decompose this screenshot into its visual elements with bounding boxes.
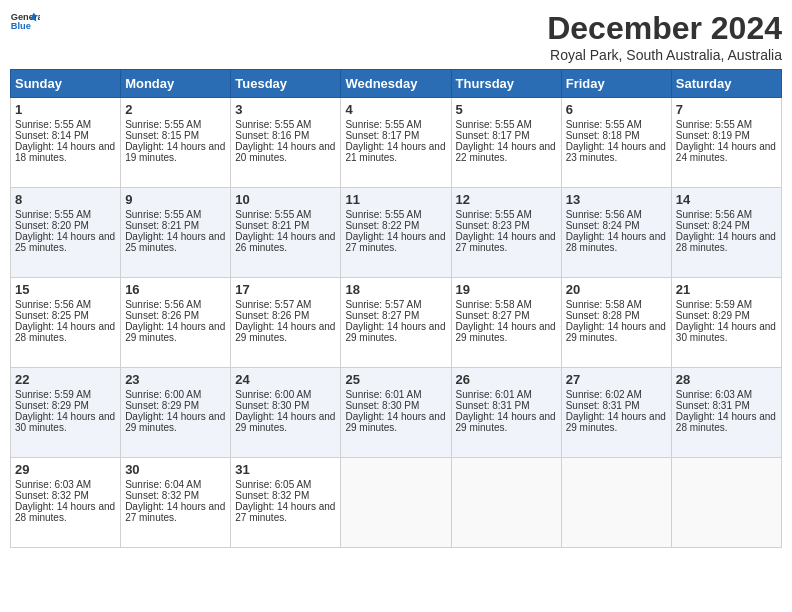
calendar-cell: 28 Sunrise: 6:03 AM Sunset: 8:31 PM Dayl… (671, 368, 781, 458)
sunset-label: Sunset: 8:31 PM (456, 400, 530, 411)
daylight-label: Daylight: 14 hours and 30 minutes. (15, 411, 115, 433)
sunset-label: Sunset: 8:29 PM (125, 400, 199, 411)
sunrise-label: Sunrise: 6:00 AM (235, 389, 311, 400)
day-number: 25 (345, 372, 446, 387)
day-number: 11 (345, 192, 446, 207)
sunrise-label: Sunrise: 6:01 AM (456, 389, 532, 400)
day-number: 10 (235, 192, 336, 207)
sunrise-label: Sunrise: 6:00 AM (125, 389, 201, 400)
sunrise-label: Sunrise: 5:55 AM (676, 119, 752, 130)
calendar-cell: 30 Sunrise: 6:04 AM Sunset: 8:32 PM Dayl… (121, 458, 231, 548)
sunrise-label: Sunrise: 5:56 AM (15, 299, 91, 310)
logo-icon: General Blue (10, 10, 40, 30)
day-number: 3 (235, 102, 336, 117)
column-header-wednesday: Wednesday (341, 70, 451, 98)
sunrise-label: Sunrise: 5:56 AM (125, 299, 201, 310)
sunrise-label: Sunrise: 5:55 AM (15, 119, 91, 130)
sunrise-label: Sunrise: 5:59 AM (676, 299, 752, 310)
calendar-cell: 16 Sunrise: 5:56 AM Sunset: 8:26 PM Dayl… (121, 278, 231, 368)
sunset-label: Sunset: 8:24 PM (676, 220, 750, 231)
daylight-label: Daylight: 14 hours and 24 minutes. (676, 141, 776, 163)
sunrise-label: Sunrise: 5:55 AM (456, 119, 532, 130)
column-header-friday: Friday (561, 70, 671, 98)
calendar-cell: 31 Sunrise: 6:05 AM Sunset: 8:32 PM Dayl… (231, 458, 341, 548)
calendar-cell: 11 Sunrise: 5:55 AM Sunset: 8:22 PM Dayl… (341, 188, 451, 278)
sunrise-label: Sunrise: 5:55 AM (235, 209, 311, 220)
daylight-label: Daylight: 14 hours and 29 minutes. (125, 411, 225, 433)
day-number: 14 (676, 192, 777, 207)
calendar-cell: 18 Sunrise: 5:57 AM Sunset: 8:27 PM Dayl… (341, 278, 451, 368)
daylight-label: Daylight: 14 hours and 29 minutes. (345, 411, 445, 433)
day-number: 8 (15, 192, 116, 207)
calendar-cell (671, 458, 781, 548)
day-number: 29 (15, 462, 116, 477)
calendar-cell: 13 Sunrise: 5:56 AM Sunset: 8:24 PM Dayl… (561, 188, 671, 278)
daylight-label: Daylight: 14 hours and 29 minutes. (566, 321, 666, 343)
sunrise-label: Sunrise: 6:03 AM (676, 389, 752, 400)
sunset-label: Sunset: 8:29 PM (676, 310, 750, 321)
daylight-label: Daylight: 14 hours and 26 minutes. (235, 231, 335, 253)
calendar-cell (561, 458, 671, 548)
sunrise-label: Sunrise: 6:04 AM (125, 479, 201, 490)
column-header-monday: Monday (121, 70, 231, 98)
calendar-cell: 26 Sunrise: 6:01 AM Sunset: 8:31 PM Dayl… (451, 368, 561, 458)
daylight-label: Daylight: 14 hours and 29 minutes. (345, 321, 445, 343)
day-number: 2 (125, 102, 226, 117)
calendar-cell: 9 Sunrise: 5:55 AM Sunset: 8:21 PM Dayli… (121, 188, 231, 278)
day-number: 17 (235, 282, 336, 297)
daylight-label: Daylight: 14 hours and 29 minutes. (566, 411, 666, 433)
day-number: 27 (566, 372, 667, 387)
sunset-label: Sunset: 8:29 PM (15, 400, 89, 411)
sunset-label: Sunset: 8:32 PM (15, 490, 89, 501)
daylight-label: Daylight: 14 hours and 29 minutes. (235, 411, 335, 433)
sunset-label: Sunset: 8:31 PM (566, 400, 640, 411)
sunrise-label: Sunrise: 5:55 AM (566, 119, 642, 130)
day-number: 12 (456, 192, 557, 207)
sunrise-label: Sunrise: 5:58 AM (566, 299, 642, 310)
daylight-label: Daylight: 14 hours and 18 minutes. (15, 141, 115, 163)
daylight-label: Daylight: 14 hours and 29 minutes. (235, 321, 335, 343)
sunset-label: Sunset: 8:22 PM (345, 220, 419, 231)
sunset-label: Sunset: 8:15 PM (125, 130, 199, 141)
sunset-label: Sunset: 8:26 PM (235, 310, 309, 321)
calendar-cell: 15 Sunrise: 5:56 AM Sunset: 8:25 PM Dayl… (11, 278, 121, 368)
calendar-cell: 8 Sunrise: 5:55 AM Sunset: 8:20 PM Dayli… (11, 188, 121, 278)
daylight-label: Daylight: 14 hours and 28 minutes. (15, 501, 115, 523)
sunrise-label: Sunrise: 5:55 AM (345, 119, 421, 130)
calendar-cell: 23 Sunrise: 6:00 AM Sunset: 8:29 PM Dayl… (121, 368, 231, 458)
daylight-label: Daylight: 14 hours and 20 minutes. (235, 141, 335, 163)
daylight-label: Daylight: 14 hours and 30 minutes. (676, 321, 776, 343)
sunrise-label: Sunrise: 6:02 AM (566, 389, 642, 400)
day-number: 5 (456, 102, 557, 117)
day-number: 9 (125, 192, 226, 207)
sunset-label: Sunset: 8:30 PM (345, 400, 419, 411)
sunrise-label: Sunrise: 5:57 AM (235, 299, 311, 310)
sunrise-label: Sunrise: 5:55 AM (345, 209, 421, 220)
day-number: 6 (566, 102, 667, 117)
calendar-cell: 17 Sunrise: 5:57 AM Sunset: 8:26 PM Dayl… (231, 278, 341, 368)
sunrise-label: Sunrise: 5:55 AM (456, 209, 532, 220)
calendar-cell: 4 Sunrise: 5:55 AM Sunset: 8:17 PM Dayli… (341, 98, 451, 188)
daylight-label: Daylight: 14 hours and 29 minutes. (456, 321, 556, 343)
day-number: 1 (15, 102, 116, 117)
sunset-label: Sunset: 8:18 PM (566, 130, 640, 141)
calendar-cell: 19 Sunrise: 5:58 AM Sunset: 8:27 PM Dayl… (451, 278, 561, 368)
calendar-cell: 7 Sunrise: 5:55 AM Sunset: 8:19 PM Dayli… (671, 98, 781, 188)
sunrise-label: Sunrise: 5:57 AM (345, 299, 421, 310)
day-number: 13 (566, 192, 667, 207)
sunset-label: Sunset: 8:25 PM (15, 310, 89, 321)
sunset-label: Sunset: 8:21 PM (235, 220, 309, 231)
daylight-label: Daylight: 14 hours and 29 minutes. (456, 411, 556, 433)
calendar-cell (341, 458, 451, 548)
day-number: 28 (676, 372, 777, 387)
daylight-label: Daylight: 14 hours and 27 minutes. (125, 501, 225, 523)
calendar-cell: 27 Sunrise: 6:02 AM Sunset: 8:31 PM Dayl… (561, 368, 671, 458)
day-number: 22 (15, 372, 116, 387)
day-number: 4 (345, 102, 446, 117)
calendar-cell: 20 Sunrise: 5:58 AM Sunset: 8:28 PM Dayl… (561, 278, 671, 368)
sunset-label: Sunset: 8:26 PM (125, 310, 199, 321)
sunset-label: Sunset: 8:24 PM (566, 220, 640, 231)
sunrise-label: Sunrise: 5:56 AM (676, 209, 752, 220)
column-header-thursday: Thursday (451, 70, 561, 98)
sunset-label: Sunset: 8:32 PM (125, 490, 199, 501)
